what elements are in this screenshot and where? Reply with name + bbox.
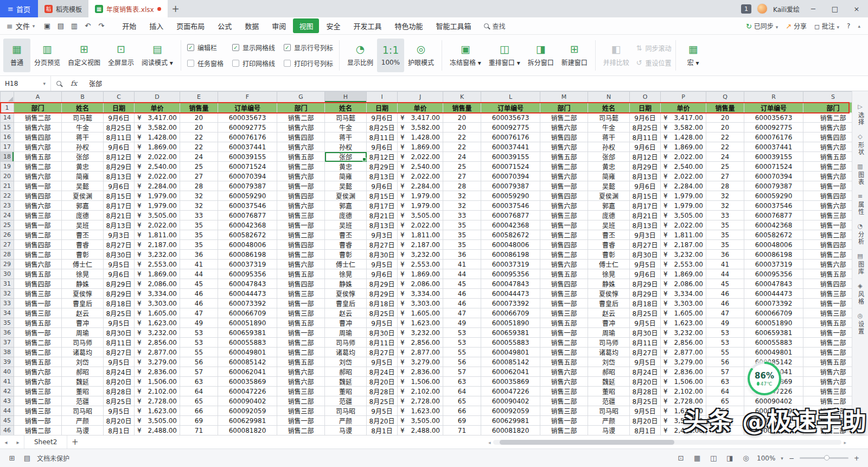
- cell[interactable]: 600659381: [744, 328, 803, 338]
- cell[interactable]: ¥3,279.00: [661, 357, 706, 367]
- cell[interactable]: ¥1,869.00: [661, 142, 706, 152]
- row-header-45[interactable]: 45: [1, 416, 14, 426]
- cell[interactable]: 8月21日: [367, 211, 398, 220]
- cell[interactable]: 郭嘉: [325, 201, 367, 211]
- cell[interactable]: 32: [443, 201, 481, 211]
- cell[interactable]: 销售六部: [803, 367, 852, 377]
- zoom-slider-knob[interactable]: [824, 455, 829, 460]
- cell[interactable]: 8月25日: [367, 396, 398, 406]
- save-icon[interactable]: ▣: [40, 22, 54, 30]
- cell[interactable]: 销售四部: [14, 279, 62, 289]
- cell[interactable]: 庞德: [588, 211, 630, 220]
- cell[interactable]: ¥2,877.00: [661, 348, 706, 357]
- row-header-38[interactable]: 38: [1, 348, 14, 357]
- collapse-ribbon-icon[interactable]: ▴: [858, 23, 860, 29]
- cell[interactable]: 600037441: [481, 142, 540, 152]
- cell[interactable]: 600049801: [481, 348, 540, 357]
- zoom-out-button[interactable]: −: [789, 455, 794, 462]
- sync-status[interactable]: ↻ 已同步 ▾: [746, 21, 778, 30]
- cell[interactable]: 8月29日: [630, 162, 661, 172]
- cell[interactable]: 36: [706, 250, 744, 260]
- cell[interactable]: 销售二部: [540, 348, 588, 357]
- row-header-18[interactable]: 18: [1, 152, 14, 162]
- cell[interactable]: 销售五部: [14, 152, 62, 162]
- row-header-36[interactable]: 36: [1, 328, 14, 338]
- cell[interactable]: 8月20日: [367, 377, 398, 387]
- cell[interactable]: 64: [706, 387, 744, 396]
- cell[interactable]: 8月18日: [630, 299, 661, 308]
- cell[interactable]: 销售二部: [540, 113, 588, 123]
- cell[interactable]: ¥3,505.00: [398, 416, 443, 426]
- cell[interactable]: 销售二部: [803, 348, 852, 357]
- cell[interactable]: 吴班: [325, 220, 367, 230]
- cell[interactable]: 销售四部: [803, 191, 852, 201]
- print-headings-option[interactable]: ✓打印行号列标: [284, 56, 333, 70]
- cell[interactable]: 600047226: [481, 387, 540, 396]
- cell[interactable]: 销售四部: [803, 240, 852, 250]
- cell[interactable]: 600085142: [481, 357, 540, 367]
- cell[interactable]: 25: [443, 162, 481, 172]
- cell[interactable]: 41: [180, 260, 218, 269]
- cell[interactable]: 销售三部: [540, 308, 588, 318]
- cell[interactable]: 吴懿: [62, 181, 104, 191]
- cell[interactable]: 销售一部: [803, 299, 852, 308]
- cell[interactable]: 魏延: [588, 377, 630, 387]
- cell[interactable]: 8月20日: [104, 416, 135, 426]
- cell[interactable]: 8月21日: [104, 211, 135, 220]
- cell[interactable]: 蒋干: [62, 132, 104, 142]
- cell[interactable]: 8月28日: [630, 387, 661, 396]
- cell[interactable]: 销售五部: [540, 318, 588, 328]
- cell[interactable]: 27: [443, 172, 481, 181]
- cell[interactable]: 8月1日: [630, 426, 661, 436]
- panel-chart[interactable]: ▥图表: [856, 163, 865, 186]
- cell[interactable]: 8月27日: [367, 240, 398, 250]
- cell[interactable]: 销售六部: [277, 367, 325, 377]
- header-cell[interactable]: 日期: [104, 103, 135, 113]
- cell[interactable]: 32: [180, 191, 218, 201]
- cell[interactable]: ¥2,187.00: [661, 240, 706, 250]
- cell[interactable]: ¥1,811.00: [398, 230, 443, 240]
- cell[interactable]: 销售一部: [540, 299, 588, 308]
- cell[interactable]: 41: [706, 260, 744, 269]
- cell[interactable]: 销售五部: [277, 357, 325, 367]
- scrollbar-thumb[interactable]: [500, 440, 674, 445]
- cell[interactable]: 郝昭: [325, 367, 367, 377]
- formula-input[interactable]: 张郃: [81, 79, 102, 88]
- minimize-button[interactable]: ─: [805, 0, 821, 17]
- cell[interactable]: 600037441: [744, 142, 803, 152]
- cell[interactable]: ¥1,979.00: [135, 191, 180, 201]
- col-header-M[interactable]: M: [540, 92, 588, 103]
- col-header-J[interactable]: J: [398, 92, 443, 103]
- cell[interactable]: ¥3,505.00: [135, 416, 180, 426]
- cell[interactable]: 销售五部: [803, 152, 852, 162]
- selected-cell[interactable]: 张郃: [325, 152, 367, 162]
- cell[interactable]: ¥2,187.00: [135, 240, 180, 250]
- cell[interactable]: 司马懿: [325, 113, 367, 123]
- cell[interactable]: 诸葛均: [325, 348, 367, 357]
- cell[interactable]: ¥2,022.00: [135, 172, 180, 181]
- cell[interactable]: 53: [706, 338, 744, 348]
- cell[interactable]: 诸葛均: [588, 348, 630, 357]
- cell[interactable]: 22: [443, 142, 481, 152]
- cell[interactable]: 销售五部: [14, 357, 62, 367]
- cell[interactable]: 司马昭: [588, 406, 630, 416]
- add-sheet-button[interactable]: +: [67, 437, 82, 447]
- cell[interactable]: 曹丕: [588, 230, 630, 240]
- cell[interactable]: 销售一部: [803, 220, 852, 230]
- cell[interactable]: ¥1,428.00: [661, 132, 706, 142]
- cell[interactable]: 20: [180, 113, 218, 123]
- cell[interactable]: ¥3,505.00: [398, 211, 443, 220]
- cell[interactable]: 8月30日: [367, 328, 398, 338]
- cell[interactable]: ¥3,232.00: [135, 328, 180, 338]
- scrollbar-track[interactable]: [493, 440, 842, 445]
- col-header-O[interactable]: O: [630, 92, 661, 103]
- cell[interactable]: 黄忠: [62, 162, 104, 172]
- cell[interactable]: ¥3,505.00: [135, 211, 180, 220]
- menu-page-layout[interactable]: 页面布局: [170, 18, 210, 33]
- cell[interactable]: 销售一部: [14, 181, 62, 191]
- show-headings-option[interactable]: ✓显示行号列标: [284, 41, 333, 54]
- cell[interactable]: 8月12日: [367, 152, 398, 162]
- col-header-G[interactable]: G: [277, 92, 325, 103]
- cell[interactable]: ¥2,022.00: [661, 172, 706, 181]
- cell[interactable]: 销售三部: [14, 387, 62, 396]
